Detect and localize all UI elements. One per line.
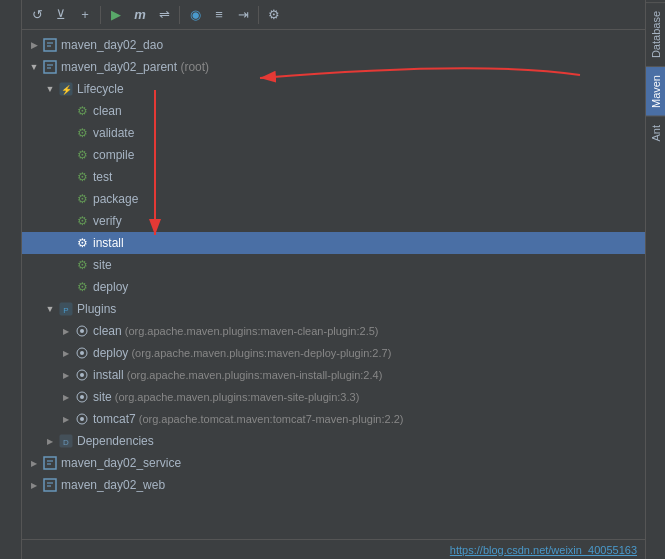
item-label: test [93, 170, 112, 184]
collapse-arrow[interactable]: ▶ [58, 411, 74, 427]
tree-item[interactable]: ▶ maven_day02_dao [22, 34, 645, 56]
tree-item[interactable]: ▶ deploy (org.apache.maven.plugins:maven… [22, 342, 645, 364]
tree-item[interactable]: ▶ tomcat7 (org.apache.tomcat.maven:tomca… [22, 408, 645, 430]
tree-item[interactable]: ⚙ validate [22, 122, 645, 144]
generate-sources-button[interactable]: ⇥ [232, 4, 254, 26]
tree-item[interactable]: ▼ ⚡ Lifecycle [22, 78, 645, 100]
item-label: deploy (org.apache.maven.plugins:maven-d… [93, 346, 391, 360]
tree-item[interactable]: ▼ P Plugins [22, 298, 645, 320]
item-label: install [93, 236, 124, 250]
item-label: maven_day02_dao [61, 38, 163, 52]
item-label: package [93, 192, 138, 206]
item-label: Lifecycle [77, 82, 124, 96]
module-icon [42, 37, 58, 53]
sidebar-tab-label: Ant [650, 125, 662, 142]
phase-icon: ⚙ [74, 279, 90, 295]
plugin-icon [74, 389, 90, 405]
svg-point-17 [80, 395, 84, 399]
tree-item[interactable]: ⚙ site [22, 254, 645, 276]
tree-item[interactable]: ⚙ clean [22, 100, 645, 122]
phase-icon: ⚙ [74, 169, 90, 185]
collapse-arrow[interactable]: ▶ [26, 37, 42, 53]
svg-point-13 [80, 351, 84, 355]
tree-item[interactable]: ▶ D Dependencies [22, 430, 645, 452]
run-button[interactable]: ▶ [105, 4, 127, 26]
separator-2 [179, 6, 180, 24]
collapse-arrow[interactable]: ▶ [58, 389, 74, 405]
collapse-arrow[interactable]: ▶ [26, 477, 42, 493]
toggle-offline-button[interactable]: ⇌ [153, 4, 175, 26]
sidebar-tab-label: Maven [650, 75, 662, 108]
sidebar-tab-ant[interactable]: Ant [646, 116, 665, 150]
status-url[interactable]: https://blog.csdn.net/weixin_40055163 [450, 544, 637, 556]
collapse-arrow[interactable]: ▶ [42, 433, 58, 449]
right-sidebar: Database Maven Ant [645, 0, 665, 559]
download-button[interactable]: ⊻ [50, 4, 72, 26]
phase-icon: ⚙ [74, 103, 90, 119]
svg-point-19 [80, 417, 84, 421]
tree-item[interactable]: ⚙ test [22, 166, 645, 188]
svg-text:P: P [63, 306, 68, 315]
plugin-icon [74, 345, 90, 361]
dependencies-icon: D [58, 433, 74, 449]
item-label: site [93, 258, 112, 272]
svg-text:⚡: ⚡ [61, 84, 73, 96]
item-label: clean [93, 104, 122, 118]
svg-point-15 [80, 373, 84, 377]
skip-tests-button[interactable]: ≡ [208, 4, 230, 26]
tree-item[interactable]: ⚙ package [22, 188, 645, 210]
add-button[interactable]: + [74, 4, 96, 26]
item-label: install (org.apache.maven.plugins:maven-… [93, 368, 382, 382]
item-label: compile [93, 148, 134, 162]
tree-item[interactable]: ▼ maven_day02_parent (root) [22, 56, 645, 78]
collapse-arrow[interactable]: ▶ [58, 345, 74, 361]
run-maven-build-button[interactable]: m [129, 4, 151, 26]
sidebar-tab-label: Database [650, 11, 662, 58]
item-label: Plugins [77, 302, 116, 316]
execute-goal-button[interactable]: ◉ [184, 4, 206, 26]
plugin-icon [74, 411, 90, 427]
sidebar-tab-maven[interactable]: Maven [646, 66, 665, 116]
svg-point-11 [80, 329, 84, 333]
collapse-arrow[interactable]: ▼ [42, 81, 58, 97]
status-bar: https://blog.csdn.net/weixin_40055163 [22, 539, 645, 559]
item-label: Dependencies [77, 434, 154, 448]
tree-item[interactable]: ▶ clean (org.apache.maven.plugins:maven-… [22, 320, 645, 342]
item-label: verify [93, 214, 122, 228]
plugin-icon [74, 367, 90, 383]
item-label: maven_day02_web [61, 478, 165, 492]
item-label: maven_day02_service [61, 456, 181, 470]
phase-icon: ⚙ [74, 257, 90, 273]
collapse-arrow[interactable]: ▶ [58, 323, 74, 339]
main-container: ↺ ⊻ + ▶ m ⇌ ◉ ≡ ⇥ ⚙ ▶ maven_day02_dao [0, 0, 665, 559]
collapse-arrow[interactable]: ▶ [58, 367, 74, 383]
tree-item[interactable]: ▶ site (org.apache.maven.plugins:maven-s… [22, 386, 645, 408]
tree-item[interactable]: ⚙ compile [22, 144, 645, 166]
lifecycle-icon: ⚡ [58, 81, 74, 97]
svg-rect-25 [44, 479, 56, 491]
tree-item[interactable]: ⚙ deploy [22, 276, 645, 298]
svg-rect-3 [44, 61, 56, 73]
tree-item[interactable]: ⚙ verify [22, 210, 645, 232]
svg-rect-0 [44, 39, 56, 51]
separator-1 [100, 6, 101, 24]
collapse-arrow[interactable]: ▶ [26, 455, 42, 471]
item-label: maven_day02_parent (root) [61, 60, 209, 74]
svg-text:D: D [63, 438, 69, 447]
collapse-arrow[interactable]: ▼ [26, 59, 42, 75]
sidebar-tab-database[interactable]: Database [646, 2, 665, 66]
collapse-arrow[interactable]: ▼ [42, 301, 58, 317]
tree-item[interactable]: ▶ install (org.apache.maven.plugins:mave… [22, 364, 645, 386]
tree-item[interactable]: ▶ maven_day02_web [22, 474, 645, 496]
module-icon [42, 477, 58, 493]
tree-item[interactable]: ▶ maven_day02_service [22, 452, 645, 474]
module-icon [42, 59, 58, 75]
maven-panel: ↺ ⊻ + ▶ m ⇌ ◉ ≡ ⇥ ⚙ ▶ maven_day02_dao [22, 0, 645, 559]
refresh-button[interactable]: ↺ [26, 4, 48, 26]
tree-item-install[interactable]: ⚙ install [22, 232, 645, 254]
phase-icon: ⚙ [74, 235, 90, 251]
settings-button[interactable]: ⚙ [263, 4, 285, 26]
maven-tree[interactable]: ▶ maven_day02_dao ▼ maven_day02_parent (… [22, 30, 645, 559]
phase-icon: ⚙ [74, 191, 90, 207]
svg-rect-22 [44, 457, 56, 469]
